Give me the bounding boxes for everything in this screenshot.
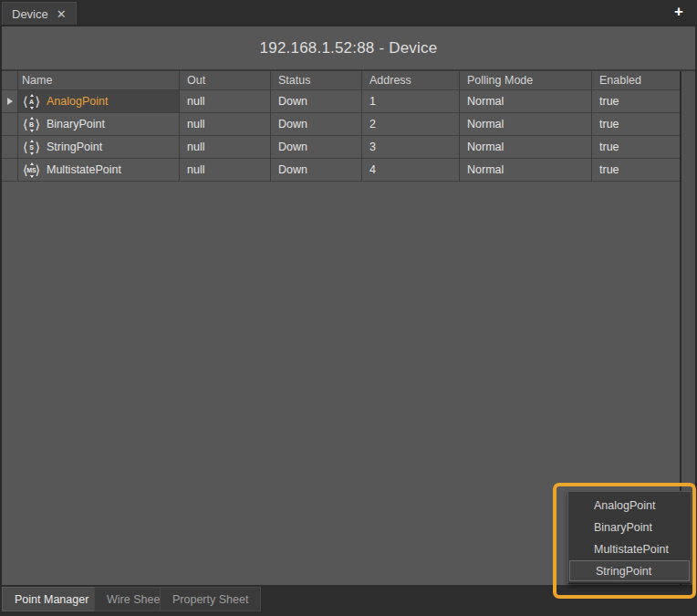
string-point-icon: S xyxy=(22,140,41,155)
polling-mode-cell: Normal xyxy=(460,90,592,113)
out-cell: null xyxy=(180,90,271,113)
header-gutter xyxy=(2,71,18,90)
menu-item-string-point[interactable]: StringPoint xyxy=(569,560,690,581)
point-name-label: AnalogPoint xyxy=(47,95,108,108)
add-tab-icon[interactable]: + xyxy=(670,3,688,21)
top-tab-bar: Device ✕ + xyxy=(0,0,697,25)
tab-point-manager[interactable]: Point Manager xyxy=(2,587,101,611)
point-name-cell[interactable]: B BinaryPoint xyxy=(18,113,180,136)
point-name-label: BinaryPoint xyxy=(47,118,105,131)
enabled-cell: true xyxy=(592,136,681,159)
point-name-label: StringPoint xyxy=(47,141,102,153)
tab-property-sheet[interactable]: Property Sheet xyxy=(160,587,261,611)
device-manager-window: Device ✕ + 192.168.1.52:88 - Device Name… xyxy=(0,0,697,616)
status-cell: Down xyxy=(271,113,362,136)
view-title-bar: 192.168.1.52:88 - Device xyxy=(2,26,695,71)
point-name-cell[interactable]: A AnalogPoint xyxy=(18,90,180,113)
polling-mode-cell: Normal xyxy=(460,159,592,182)
table-row[interactable]: S StringPoint null Down 3 Normal true xyxy=(2,136,695,159)
out-cell: null xyxy=(180,113,271,136)
address-cell: 2 xyxy=(362,113,460,136)
column-header-enabled[interactable]: Enabled xyxy=(592,71,681,90)
enabled-cell: true xyxy=(592,159,681,182)
table-header-row: Name Out Status Address Polling Mode Ena… xyxy=(2,71,695,90)
polling-mode-cell: Normal xyxy=(460,136,592,159)
table-row[interactable]: A AnalogPoint null Down 1 Normal true xyxy=(2,90,695,113)
address-cell: 4 xyxy=(362,159,460,182)
multistate-point-icon: MS xyxy=(22,162,41,178)
menu-item-multistate-point[interactable]: MultistatePoint xyxy=(568,538,691,560)
tab-device-label: Device xyxy=(12,7,48,21)
address-cell: 1 xyxy=(362,90,460,113)
point-name-cell[interactable]: S StringPoint xyxy=(18,136,180,159)
enabled-cell: true xyxy=(592,113,681,136)
column-header-name[interactable]: Name xyxy=(18,71,180,90)
row-selector-cell xyxy=(2,90,18,113)
bottom-tab-bar: Point Manager Wire Sheet Property Sheet xyxy=(0,585,697,616)
address-cell: 3 xyxy=(362,136,460,159)
status-cell: Down xyxy=(271,159,362,182)
polling-mode-cell: Normal xyxy=(460,113,592,136)
points-table: Name Out Status Address Polling Mode Ena… xyxy=(2,71,695,182)
column-header-polling-mode[interactable]: Polling Mode xyxy=(460,71,592,90)
column-header-address[interactable]: Address xyxy=(362,71,460,90)
row-selector-cell xyxy=(2,113,18,136)
enabled-cell: true xyxy=(592,90,681,113)
out-cell: null xyxy=(180,136,271,159)
status-cell: Down xyxy=(271,90,362,113)
point-name-label: MultistatePoint xyxy=(47,163,121,176)
close-icon[interactable]: ✕ xyxy=(57,8,67,20)
row-selected-arrow-icon xyxy=(7,98,13,105)
status-cell: Down xyxy=(271,136,362,159)
point-name-cell[interactable]: MS MultistatePoint xyxy=(18,159,180,182)
out-cell: null xyxy=(180,159,271,182)
analog-point-icon: A xyxy=(22,94,41,110)
column-header-out[interactable]: Out xyxy=(180,71,271,90)
table-row[interactable]: MS MultistatePoint null Down 4 Normal tr… xyxy=(2,159,695,182)
row-selector-cell xyxy=(2,159,18,182)
binary-point-icon: B xyxy=(22,117,41,132)
table-row[interactable]: B BinaryPoint null Down 2 Normal true xyxy=(2,113,695,136)
menu-item-binary-point[interactable]: BinaryPoint xyxy=(568,517,691,538)
column-header-status[interactable]: Status xyxy=(271,71,362,90)
tab-device[interactable]: Device ✕ xyxy=(2,2,77,25)
page-title: 192.168.1.52:88 - Device xyxy=(260,39,438,57)
point-type-popup-menu: AnalogPoint BinaryPoint MultistatePoint … xyxy=(567,491,692,584)
menu-item-analog-point[interactable]: AnalogPoint xyxy=(568,495,691,517)
row-selector-cell xyxy=(2,136,18,159)
